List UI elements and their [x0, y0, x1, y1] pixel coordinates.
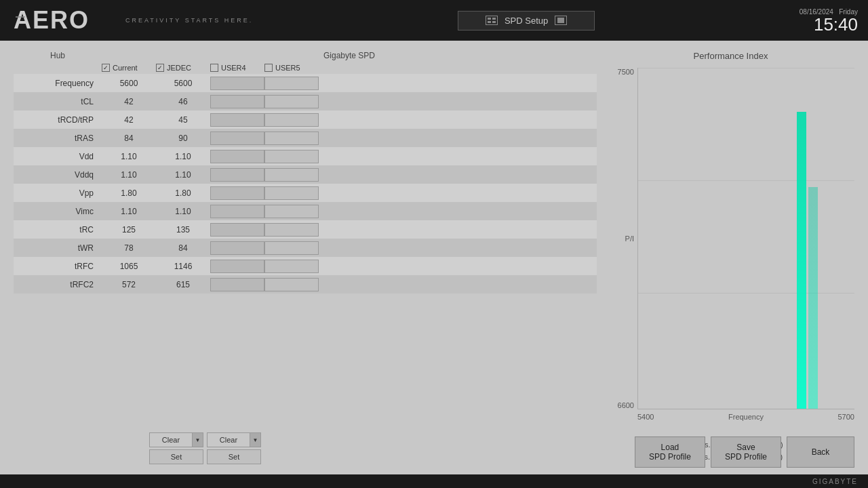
user4-checkbox[interactable]	[210, 64, 218, 72]
row-current-val: 42	[102, 115, 156, 125]
row-user5-input[interactable]	[264, 223, 319, 237]
row-label: Frequency	[14, 79, 102, 88]
row-user4-input[interactable]	[210, 260, 264, 273]
row-user4-input[interactable]	[210, 95, 264, 108]
back-button[interactable]: Back	[787, 436, 854, 468]
row-user5-input[interactable]	[264, 150, 319, 163]
row-user4-input[interactable]	[210, 131, 264, 145]
row-user4-input[interactable]	[210, 186, 264, 200]
spd-icon	[486, 16, 498, 25]
tagline: CREATIVITY STARTS HERE.	[125, 17, 253, 24]
row-user5-input[interactable]	[264, 241, 319, 255]
load-spd-button[interactable]: Load SPD Profile	[635, 436, 705, 468]
row-label: tWR	[14, 243, 102, 253]
row-user4-input[interactable]	[210, 241, 264, 255]
bottom-actions: Load SPD Profile Save SPD Profile Back	[635, 436, 854, 468]
row-jedec-val: 1.10	[156, 170, 210, 180]
right-panel: Performance Index 7500 P/I 6600	[607, 51, 854, 464]
spd-icon-right	[555, 16, 567, 25]
top-right: 08/16/2024 Friday 15:40	[800, 8, 858, 33]
row-jedec-val: 1.10	[156, 152, 210, 161]
table-row: tWR 78 84	[14, 239, 597, 257]
y-axis: 7500 P/I 6600	[607, 68, 637, 409]
row-user4-input[interactable]	[210, 113, 264, 127]
row-label: tCL	[14, 97, 102, 106]
row-user4-input[interactable]	[210, 205, 264, 218]
spd-setup-label: SPD Setup	[505, 16, 548, 26]
row-user5-input[interactable]	[264, 95, 319, 108]
bottom-bar: GIGABYTE	[0, 474, 868, 488]
user5-control-group: Clear ▼ Set	[207, 432, 261, 464]
row-user5-input[interactable]	[264, 77, 319, 90]
row-jedec-val: 45	[156, 115, 210, 125]
row-jedec-val: 1146	[156, 262, 210, 271]
row-user5-input[interactable]	[264, 186, 319, 200]
clear1-arrow: ▼	[192, 433, 203, 447]
row-user5-input[interactable]	[264, 205, 319, 218]
row-label: tRCD/tRP	[14, 115, 102, 125]
y-pi-label: P/I	[625, 235, 634, 243]
jedec-checkbox[interactable]	[156, 64, 164, 72]
column-headers: Current JEDEC USER4 USER5	[14, 64, 597, 72]
row-current-val: 42	[102, 97, 156, 106]
row-user4-input[interactable]	[210, 77, 264, 90]
row-user4-input[interactable]	[210, 150, 264, 163]
table-row: Vdd 1.10 1.10	[14, 147, 597, 165]
row-jedec-val: 1.80	[156, 188, 210, 198]
row-user5-input[interactable]	[264, 278, 319, 291]
col-header-user4: USER4	[210, 64, 264, 72]
clear1-label: Clear	[150, 436, 192, 444]
row-label: Vdd	[14, 152, 102, 161]
x-freq-label: Frequency	[728, 413, 764, 421]
row-current-val: 1.10	[102, 152, 156, 161]
save-spd-button[interactable]: Save SPD Profile	[711, 436, 781, 468]
grid-line-top	[638, 68, 854, 68]
row-current-val: 5600	[102, 79, 156, 88]
clear2-arrow: ▼	[250, 433, 260, 447]
grid-line-mid2	[638, 293, 854, 293]
row-user4-input[interactable]	[210, 278, 264, 291]
set1-button[interactable]: Set	[149, 449, 203, 464]
main-content: Hub Gigabyte SPD Current JEDEC USER4 USE…	[0, 41, 868, 474]
row-user4-input[interactable]	[210, 223, 264, 237]
table-row: tRCD/tRP 42 45	[14, 110, 597, 129]
table-row: Frequency 5600 5600	[14, 74, 597, 92]
row-current-val: 78	[102, 243, 156, 253]
row-user5-input[interactable]	[264, 131, 319, 145]
row-label: Vpp	[14, 188, 102, 198]
row-current-val: 125	[102, 225, 156, 235]
row-user4-input[interactable]	[210, 168, 264, 182]
row-label: tRAS	[14, 134, 102, 143]
svg-text:AERO: AERO	[14, 7, 90, 34]
row-user5-input[interactable]	[264, 113, 319, 127]
table-row: tRFC 1065 1146	[14, 257, 597, 275]
logo: AERO	[10, 3, 119, 37]
row-jedec-val: 135	[156, 225, 210, 235]
row-user5-input[interactable]	[264, 260, 319, 273]
top-bar: AERO CREATIVITY STARTS HERE. SPD Setup 0…	[0, 0, 868, 41]
panel-headers: Hub Gigabyte SPD	[14, 51, 597, 60]
set2-button[interactable]: Set	[207, 449, 261, 464]
chart-area: 7500 P/I 6600 5400	[607, 68, 854, 436]
row-current-val: 1.80	[102, 188, 156, 198]
current-bar	[797, 112, 806, 409]
user5-checkbox[interactable]	[264, 64, 273, 72]
table-row: tCL 42 46	[14, 92, 597, 110]
user4-control-group: Clear ▼ Set	[149, 432, 203, 464]
clear1-dropdown[interactable]: Clear ▼	[149, 432, 203, 447]
bar-group	[797, 68, 821, 409]
col-header-current: Current	[102, 64, 156, 72]
spd-setup-button[interactable]: SPD Setup	[458, 11, 595, 30]
chart-grid	[638, 68, 854, 409]
current-checkbox[interactable]	[102, 64, 110, 72]
table-row: tRC 125 135	[14, 220, 597, 239]
row-jedec-val: 84	[156, 243, 210, 253]
row-jedec-val: 1.10	[156, 207, 210, 216]
clear2-dropdown[interactable]: Clear ▼	[207, 432, 261, 447]
row-user5-input[interactable]	[264, 168, 319, 182]
row-current-val: 1065	[102, 262, 156, 271]
row-label: tRC	[14, 225, 102, 235]
table-row: Vpp 1.80 1.80	[14, 184, 597, 202]
row-jedec-val: 5600	[156, 79, 210, 88]
gigabyte-brand: GIGABYTE	[812, 478, 858, 485]
